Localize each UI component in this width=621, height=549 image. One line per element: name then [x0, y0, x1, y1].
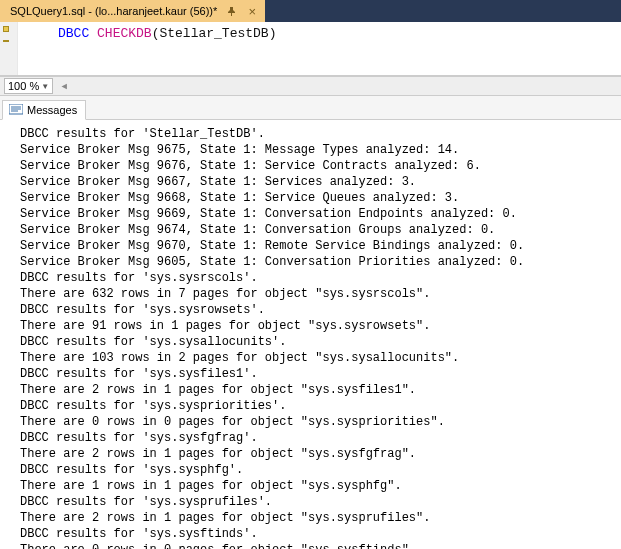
message-line: There are 632 rows in 7 pages for object… [20, 286, 617, 302]
pin-icon[interactable] [225, 5, 237, 17]
message-line: DBCC results for 'sys.syspriorities'. [20, 398, 617, 414]
message-line: DBCC results for 'sys.sysftinds'. [20, 526, 617, 542]
messages-tab-label: Messages [27, 104, 77, 116]
message-line: There are 2 rows in 1 pages for object "… [20, 446, 617, 462]
message-line: Service Broker Msg 9669, State 1: Conver… [20, 206, 617, 222]
message-line: DBCC results for 'sys.sysphfg'. [20, 462, 617, 478]
document-tab[interactable]: SQLQuery1.sql - (lo...haranjeet.kaur (56… [0, 0, 265, 22]
message-line: Service Broker Msg 9675, State 1: Messag… [20, 142, 617, 158]
zoom-dropdown[interactable]: 100 % ▼ [4, 78, 53, 94]
message-line: DBCC results for 'sys.sysfiles1'. [20, 366, 617, 382]
message-line: There are 0 rows in 0 pages for object "… [20, 542, 617, 549]
messages-icon [9, 104, 23, 116]
messages-tab[interactable]: Messages [2, 100, 86, 120]
message-line: There are 2 rows in 1 pages for object "… [20, 382, 617, 398]
message-line: DBCC results for 'sys.sysrowsets'. [20, 302, 617, 318]
message-line: Service Broker Msg 9668, State 1: Servic… [20, 190, 617, 206]
nav-left-icon[interactable]: ◄ [57, 79, 71, 93]
change-marker-icon [3, 26, 9, 32]
chevron-down-icon: ▼ [41, 82, 49, 91]
message-line: DBCC results for 'sys.sysallocunits'. [20, 334, 617, 350]
message-line: Service Broker Msg 9667, State 1: Servic… [20, 174, 617, 190]
message-line: DBCC results for 'Stellar_TestDB'. [20, 126, 617, 142]
message-line: There are 103 rows in 2 pages for object… [20, 350, 617, 366]
results-tab-strip: Messages [0, 96, 621, 120]
message-line: DBCC results for 'sys.sysfgfrag'. [20, 430, 617, 446]
change-marker-icon [3, 40, 9, 42]
message-line: There are 2 rows in 1 pages for object "… [20, 510, 617, 526]
message-line: DBCC results for 'sys.sysrscols'. [20, 270, 617, 286]
zoom-value: 100 % [8, 80, 39, 92]
sql-editor[interactable]: DBCC CHECKDB(Stellar_TestDB) [0, 22, 621, 76]
keyword-checkdb: CHECKDB [97, 26, 152, 41]
message-line: Service Broker Msg 9605, State 1: Conver… [20, 254, 617, 270]
message-line: There are 1 rows in 1 pages for object "… [20, 478, 617, 494]
close-icon[interactable]: × [245, 4, 259, 18]
message-line: Service Broker Msg 9676, State 1: Servic… [20, 158, 617, 174]
editor-content[interactable]: DBCC CHECKDB(Stellar_TestDB) [48, 22, 284, 75]
editor-gutter [0, 22, 18, 75]
message-line: DBCC results for 'sys.sysprufiles'. [20, 494, 617, 510]
message-line: Service Broker Msg 9670, State 1: Remote… [20, 238, 617, 254]
keyword-dbcc: DBCC [58, 26, 89, 41]
document-tab-title: SQLQuery1.sql - (lo...haranjeet.kaur (56… [10, 5, 217, 17]
messages-output[interactable]: DBCC results for 'Stellar_TestDB'.Servic… [0, 120, 621, 549]
message-line: There are 0 rows in 0 pages for object "… [20, 414, 617, 430]
message-line: Service Broker Msg 9674, State 1: Conver… [20, 222, 617, 238]
editor-argument: (Stellar_TestDB) [152, 26, 277, 41]
document-tab-strip: SQLQuery1.sql - (lo...haranjeet.kaur (56… [0, 0, 621, 22]
zoom-bar: 100 % ▼ ◄ [0, 76, 621, 96]
message-line: There are 91 rows in 1 pages for object … [20, 318, 617, 334]
